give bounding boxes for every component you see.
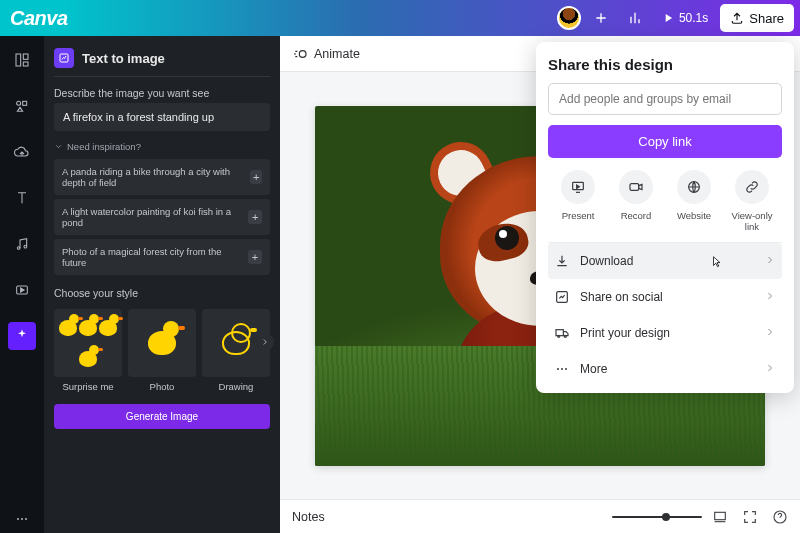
plus-icon: +	[250, 170, 262, 184]
analytics-button[interactable]	[621, 4, 649, 32]
dots-icon	[14, 511, 30, 527]
truck-icon	[554, 325, 570, 341]
copy-link-button[interactable]: Copy link	[548, 125, 782, 158]
rail-elements[interactable]	[8, 92, 36, 120]
svg-point-8	[17, 518, 19, 520]
rail-uploads[interactable]	[8, 138, 36, 166]
prompt-input[interactable]: A firefox in a forest standing up	[54, 103, 270, 131]
download-icon	[554, 253, 570, 269]
chevron-right-icon	[764, 326, 776, 338]
play-icon	[661, 11, 675, 25]
avatar[interactable]	[557, 6, 581, 30]
suggestion-text: A light watercolor painting of koi fish …	[62, 206, 248, 228]
dots-icon	[554, 361, 570, 377]
svg-point-22	[557, 368, 559, 370]
svg-point-9	[21, 518, 23, 520]
link-icon	[744, 179, 760, 195]
rail-video[interactable]	[8, 276, 36, 304]
share-people-input[interactable]	[548, 83, 782, 115]
rail-text[interactable]	[8, 184, 36, 212]
share-row-label: Share on social	[580, 290, 663, 304]
svg-rect-16	[630, 184, 639, 191]
share-button[interactable]: Share	[720, 4, 794, 32]
video-icon	[14, 282, 30, 298]
share-row-label: Download	[580, 254, 633, 268]
zoom-slider[interactable]	[612, 516, 702, 518]
music-icon	[14, 236, 30, 252]
play-time-button[interactable]: 50.1s	[655, 4, 714, 32]
share-opt-website[interactable]: Website	[666, 170, 722, 232]
text-to-image-panel: Text to image Describe the image you wan…	[44, 36, 280, 533]
text-to-image-icon	[54, 48, 74, 68]
share-opt-label: View-only link	[724, 210, 780, 232]
svg-rect-4	[23, 101, 27, 105]
notes-button[interactable]: Notes	[292, 510, 325, 524]
rail-more[interactable]	[8, 505, 36, 533]
chevron-right-icon	[764, 362, 776, 374]
chevron-right-icon	[260, 337, 270, 347]
svg-point-20	[558, 335, 560, 337]
share-row-download[interactable]: Download	[548, 243, 782, 279]
sparkle-icon	[14, 328, 30, 344]
style-surprise[interactable]: Surprise me	[54, 309, 122, 392]
tool-rail	[0, 36, 44, 533]
animate-label: Animate	[314, 47, 360, 61]
svg-point-12	[299, 50, 306, 57]
animate-button[interactable]: Animate	[292, 46, 360, 62]
grid-view-icon[interactable]	[712, 509, 728, 525]
share-opt-viewlink[interactable]: View-only link	[724, 170, 780, 232]
generate-button[interactable]: Generate Image	[54, 404, 270, 429]
share-opt-record[interactable]: Record	[608, 170, 664, 232]
style-drawing[interactable]: Drawing	[202, 309, 270, 392]
share-opt-label: Present	[562, 210, 595, 221]
topbar-actions: 50.1s Share	[557, 4, 794, 32]
share-option-grid: Present Record Website View-only link	[548, 158, 782, 242]
share-title: Share this design	[548, 56, 782, 73]
inspiration-label: Need inspiration?	[67, 141, 141, 152]
bottom-controls	[612, 509, 788, 525]
canvas-area: Animate Notes	[280, 36, 800, 533]
bottom-bar: Notes	[280, 499, 800, 533]
globe-icon	[686, 179, 702, 195]
suggestion-row[interactable]: A panda riding a bike through a city wit…	[54, 159, 270, 195]
style-next-button[interactable]	[256, 333, 274, 351]
help-icon[interactable]	[772, 509, 788, 525]
rail-audio[interactable]	[8, 230, 36, 258]
suggestion-row[interactable]: A light watercolor painting of koi fish …	[54, 199, 270, 235]
svg-point-5	[17, 247, 20, 250]
style-photo[interactable]: Photo	[128, 309, 196, 392]
style-option-label: Drawing	[219, 381, 254, 392]
rail-templates[interactable]	[8, 46, 36, 74]
share-row-print[interactable]: Print your design	[548, 315, 782, 351]
style-option-label: Surprise me	[62, 381, 113, 392]
style-option-label: Photo	[150, 381, 175, 392]
upload-icon	[730, 11, 744, 25]
shapes-icon	[14, 98, 30, 114]
svg-rect-13	[715, 512, 726, 519]
rail-apps[interactable]	[8, 322, 36, 350]
share-social-icon	[554, 289, 570, 305]
share-label: Share	[749, 11, 784, 26]
fullscreen-icon[interactable]	[742, 509, 758, 525]
share-row-social[interactable]: Share on social	[548, 279, 782, 315]
suggestion-text: A panda riding a bike through a city wit…	[62, 166, 250, 188]
describe-label: Describe the image you want see	[54, 87, 270, 99]
add-button[interactable]	[587, 4, 615, 32]
share-row-more[interactable]: More	[548, 351, 782, 387]
svg-point-23	[561, 368, 563, 370]
svg-point-21	[564, 335, 566, 337]
cloud-upload-icon	[14, 144, 30, 160]
inspiration-toggle[interactable]: Need inspiration?	[54, 141, 270, 152]
svg-rect-2	[23, 62, 28, 66]
motion-icon	[292, 46, 308, 62]
svg-point-6	[24, 245, 27, 248]
chevron-right-icon	[764, 254, 776, 266]
svg-rect-19	[556, 330, 563, 336]
share-opt-present[interactable]: Present	[550, 170, 606, 232]
plus-icon	[593, 10, 609, 26]
top-bar: Canva 50.1s Share	[0, 0, 800, 36]
chevron-down-icon	[54, 142, 63, 151]
panel-title-row: Text to image	[54, 46, 270, 77]
svg-point-3	[17, 101, 21, 105]
suggestion-row[interactable]: Photo of a magical forest city from the …	[54, 239, 270, 275]
